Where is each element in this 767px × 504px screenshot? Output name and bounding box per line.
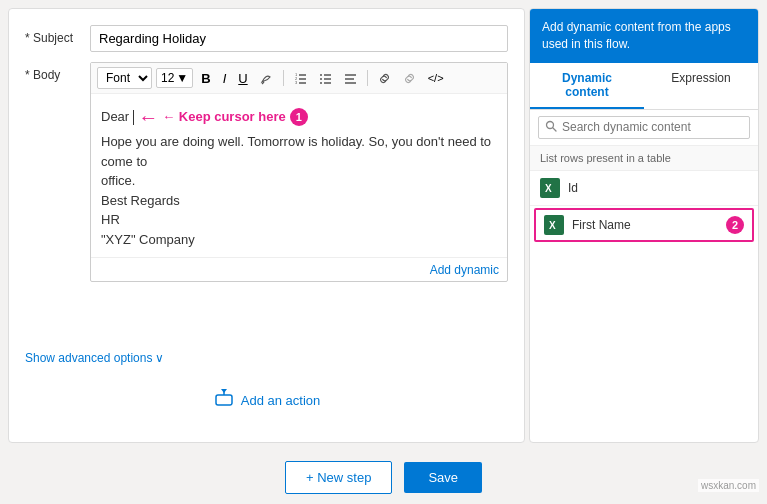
dynamic-tabs: Dynamic content Expression: [530, 63, 758, 110]
body-line-5: HR: [101, 210, 497, 230]
add-dynamic-row: Add dynamic: [91, 257, 507, 281]
add-action-button[interactable]: Add an action: [213, 387, 321, 414]
body-line-2: Hope you are doing well. Tomorrow is hol…: [101, 132, 497, 171]
body-line-6: "XYZ" Company: [101, 230, 497, 250]
bottom-bar: + New step Save: [0, 451, 767, 504]
dynamic-search-area: [530, 110, 758, 146]
dynamic-tooltip: Add dynamic content from the apps used i…: [530, 9, 758, 63]
link-button[interactable]: [374, 70, 395, 87]
svg-text:X: X: [549, 220, 556, 231]
unlink-button[interactable]: [399, 70, 420, 87]
unordered-list-button[interactable]: [315, 70, 336, 87]
font-size-control[interactable]: 12 ▼: [156, 68, 193, 88]
add-action-area: Add an action: [25, 375, 508, 426]
dynamic-item-id[interactable]: X Id: [530, 171, 758, 206]
add-action-label: Add an action: [241, 393, 321, 408]
show-advanced-label: Show advanced options: [25, 351, 152, 365]
toolbar-separator-2: [367, 70, 368, 86]
subject-label: * Subject: [25, 25, 80, 45]
show-advanced-options[interactable]: Show advanced options ∨: [25, 351, 508, 365]
svg-text:3: 3: [295, 80, 298, 85]
dynamic-panel: Add dynamic content from the apps used i…: [529, 8, 759, 443]
body-editor[interactable]: Font 12 ▼ B I U 123: [90, 62, 508, 282]
add-dynamic-link[interactable]: Add dynamic: [430, 263, 499, 277]
watermark: wsxkan.com: [698, 479, 759, 492]
italic-button[interactable]: I: [219, 69, 231, 88]
subject-row: * Subject: [25, 25, 508, 52]
editor-toolbar: Font 12 ▼ B I U 123: [91, 63, 507, 94]
font-size-dropdown-icon: ▼: [176, 71, 188, 85]
svg-point-7: [320, 74, 322, 76]
bold-button[interactable]: B: [197, 69, 214, 88]
svg-rect-16: [216, 395, 232, 405]
chevron-down-icon: ∨: [155, 351, 164, 365]
dear-text: Dear: [101, 107, 129, 127]
code-button[interactable]: </>: [424, 70, 448, 86]
font-size-value: 12: [161, 71, 174, 85]
svg-line-20: [553, 127, 557, 131]
body-content-area[interactable]: Dear ← ← Keep cursor here 1 Hope you are…: [91, 94, 507, 257]
search-wrapper: [538, 116, 750, 139]
item-id-label: Id: [568, 181, 748, 195]
cursor-annotation: ← ← Keep cursor here 1: [138, 102, 308, 132]
toolbar-separator-1: [283, 70, 284, 86]
add-action-icon: [213, 387, 235, 414]
tab-expression[interactable]: Expression: [644, 63, 758, 109]
svg-text:X: X: [545, 183, 552, 194]
search-icon: [545, 120, 557, 135]
paint-button[interactable]: [256, 70, 277, 87]
svg-point-9: [320, 82, 322, 84]
item-firstname-label: First Name: [572, 218, 718, 232]
underline-button[interactable]: U: [234, 69, 251, 88]
tab-dynamic-content[interactable]: Dynamic content: [530, 63, 644, 109]
subject-input[interactable]: [90, 25, 508, 52]
form-panel: * Subject * Body Font 12 ▼ B I U: [8, 8, 525, 443]
align-button[interactable]: [340, 70, 361, 87]
text-cursor: [133, 110, 134, 125]
arrow-icon: ←: [138, 102, 158, 132]
keep-cursor-label: ← Keep cursor here: [162, 107, 286, 127]
search-input[interactable]: [562, 120, 743, 134]
svg-point-8: [320, 78, 322, 80]
dynamic-item-firstname[interactable]: X First Name 2: [534, 208, 754, 242]
body-line-4: Best Regards: [101, 191, 497, 211]
new-step-button[interactable]: + New step: [285, 461, 392, 494]
section-header: List rows present in a table: [530, 146, 758, 171]
body-label: * Body: [25, 62, 80, 82]
svg-marker-18: [221, 389, 227, 393]
body-row: * Body Font 12 ▼ B I U: [25, 62, 508, 341]
ordered-list-button[interactable]: 123: [290, 70, 311, 87]
excel-icon-id: X: [540, 178, 560, 198]
dear-line: Dear ← ← Keep cursor here 1: [101, 102, 497, 132]
save-button[interactable]: Save: [404, 462, 482, 493]
annotation-badge-2: 2: [726, 216, 744, 234]
annotation-badge-1: 1: [290, 108, 308, 126]
font-select[interactable]: Font: [97, 67, 152, 89]
body-line-3: office.: [101, 171, 497, 191]
excel-icon-firstname: X: [544, 215, 564, 235]
